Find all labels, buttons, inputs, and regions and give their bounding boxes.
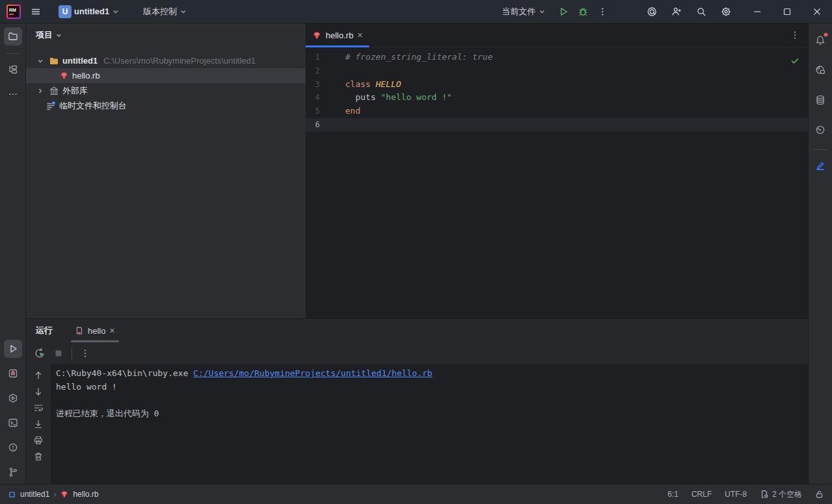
line-ending-widget[interactable]: CRLF: [692, 490, 712, 499]
code-line-6[interactable]: 6: [306, 118, 808, 132]
line-number[interactable]: 4: [306, 91, 320, 105]
encoding-widget[interactable]: UTF-8: [725, 490, 747, 499]
window-minimize-button[interactable]: [742, 0, 772, 23]
project-panel-title[interactable]: 项目: [36, 29, 53, 41]
scroll-to-end-button[interactable]: [33, 419, 44, 429]
run-panel-options-button[interactable]: [80, 348, 90, 359]
rerun-icon: [34, 347, 46, 359]
code-line-5[interactable]: 5end: [306, 105, 808, 118]
scratches-icon: [46, 101, 56, 111]
statusbar-project[interactable]: untitled1: [20, 490, 49, 499]
tab-close-icon[interactable]: ×: [109, 326, 114, 335]
file-settings-icon: [760, 490, 769, 499]
indent-widget[interactable]: 2 个空格: [760, 489, 802, 500]
editor-tab-label: hello.rb: [326, 31, 354, 40]
code-line-text[interactable]: class HELLO: [320, 78, 401, 92]
search-everywhere-button[interactable]: [692, 3, 711, 21]
tool-window-endpoints-button[interactable]: [811, 121, 829, 139]
run-tab-hello[interactable]: hello ×: [70, 319, 120, 342]
kebab-menu-icon: [597, 6, 608, 17]
radar-screen-icon: [815, 65, 826, 75]
tree-row--[interactable]: 临时文件和控制台: [26, 98, 306, 113]
tool-window-learn-button[interactable]: [811, 61, 829, 79]
code-line-3[interactable]: 3class HELLO: [306, 78, 808, 92]
jump-to-next-button[interactable]: [33, 386, 44, 397]
tool-window-structure-button[interactable]: [4, 60, 22, 79]
soft-wrap-button[interactable]: [33, 403, 44, 413]
run-button[interactable]: [554, 3, 573, 21]
chevron-down-icon[interactable]: [35, 56, 46, 66]
line-number[interactable]: 5: [306, 105, 320, 118]
tree-item-path: C:\Users\mo\RubymineProjects\untitled1: [103, 56, 255, 66]
run-config-label: 当前文件: [502, 6, 536, 18]
more-tool-windows-button[interactable]: [4, 85, 22, 103]
tool-window-problems-button[interactable]: [4, 438, 22, 457]
run-panel-title[interactable]: 运行: [36, 325, 53, 336]
tool-window-database-button[interactable]: [811, 91, 829, 109]
stop-button[interactable]: [53, 348, 64, 359]
console-file-link[interactable]: C:/Users/mo/RubymineProjects/untitled1/h…: [193, 368, 432, 378]
window-close-button[interactable]: [802, 0, 832, 23]
code-line-text[interactable]: puts "hello word !": [320, 91, 452, 105]
stop-square-icon: [53, 348, 64, 359]
code-editor[interactable]: 1# frozen_string_literal: true23class HE…: [306, 47, 808, 132]
notifications-button[interactable]: [811, 31, 829, 49]
line-number[interactable]: 2: [306, 64, 320, 78]
jump-to-previous-button[interactable]: [33, 370, 44, 381]
tree-row-untitled1[interactable]: untitled1C:\Users\mo\RubymineProjects\un…: [26, 53, 306, 68]
chevron-down-icon: [55, 32, 62, 39]
code-with-me-button[interactable]: [667, 3, 686, 21]
notification-dot: [11, 372, 15, 375]
tool-window-project-button[interactable]: [4, 27, 22, 45]
console-gutter-toolbar: [26, 364, 51, 484]
readonly-lock-widget[interactable]: [815, 490, 824, 499]
vcs-widget[interactable]: 版本控制: [139, 3, 191, 20]
run-play-icon: [8, 344, 18, 354]
blue-pencil-icon: [815, 160, 826, 171]
editor-tab-hello-rb[interactable]: hello.rb ×: [306, 23, 369, 47]
code-line-1[interactable]: 1# frozen_string_literal: true: [306, 51, 808, 64]
tool-window-run-button[interactable]: [4, 340, 22, 358]
ai-assistant-button[interactable]: [642, 3, 662, 21]
console-text: hello word !: [56, 382, 117, 392]
main-menu-hamburger-icon[interactable]: [26, 3, 46, 21]
tool-window-terminal-button[interactable]: [4, 414, 22, 432]
title-bar: RM U untitled1 版本控制 当前文件: [0, 0, 832, 23]
code-line-text[interactable]: # frozen_string_literal: true: [320, 51, 493, 64]
line-number[interactable]: 6: [306, 118, 320, 132]
project-widget[interactable]: U untitled1: [55, 3, 124, 21]
tab-close-icon[interactable]: ×: [358, 31, 363, 40]
arrow-up-icon: [33, 370, 44, 381]
code-line-2[interactable]: 2: [306, 64, 808, 78]
caret-position-widget[interactable]: 6:1: [668, 490, 679, 499]
settings-button[interactable]: [716, 3, 736, 21]
git-branch-icon: [8, 467, 18, 477]
kebab-menu-icon: [80, 348, 90, 359]
debug-button[interactable]: [573, 3, 593, 21]
tool-window-vcs-button[interactable]: [4, 463, 22, 481]
tool-window-gems-button[interactable]: [4, 364, 22, 383]
code-line-text[interactable]: end: [320, 105, 360, 118]
statusbar-file[interactable]: hello.rb: [73, 490, 98, 499]
more-actions-button[interactable]: [593, 3, 612, 21]
tree-row--[interactable]: 外部库: [26, 83, 306, 98]
console-output[interactable]: C:\Ruby40-x64\bin\ruby.exe C:/Users/mo/R…: [51, 364, 808, 484]
window-maximize-button[interactable]: [772, 0, 802, 23]
minimize-icon: [752, 6, 762, 17]
breadcrumb-separator: ›: [53, 490, 56, 499]
run-configuration-selector[interactable]: 当前文件: [498, 3, 550, 20]
run-toolbar: [26, 342, 808, 364]
inspections-ok-check-icon[interactable]: [790, 55, 800, 66]
clear-console-button[interactable]: [33, 451, 44, 462]
tab-list-options-button[interactable]: [790, 30, 800, 40]
chevron-right-icon[interactable]: [35, 86, 46, 96]
app-menu-button[interactable]: RM: [5, 3, 22, 20]
tree-row-hello-rb[interactable]: hello.rb: [26, 68, 306, 83]
tool-window-services-button[interactable]: [4, 389, 22, 407]
line-number[interactable]: 3: [306, 78, 320, 92]
line-number[interactable]: 1: [306, 51, 320, 64]
code-line-4[interactable]: 4 puts "hello word !": [306, 91, 808, 105]
tool-window-edit-button[interactable]: [811, 157, 829, 175]
print-button[interactable]: [33, 435, 44, 446]
rerun-button[interactable]: [34, 347, 46, 359]
